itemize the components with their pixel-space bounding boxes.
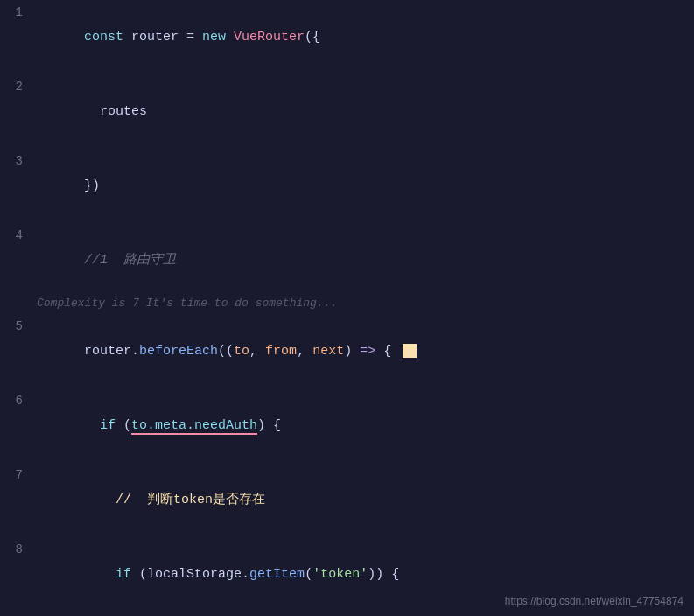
line-num-7: 7: [0, 463, 33, 487]
token-str-token: 'token': [312, 567, 368, 582]
token-arrow: =>: [360, 344, 375, 359]
token-router-5: router: [84, 344, 131, 359]
indent-8: [84, 567, 116, 582]
line-content-2: routes: [33, 75, 694, 149]
code-line-1: 1 const router = new VueRouter({: [0, 0, 694, 74]
line-content-9: // 放行: [33, 612, 694, 616]
token-comment-7: // 判断token是否存在: [116, 493, 265, 508]
token-lparen-8b: (: [305, 567, 312, 582]
line-content-3: }): [33, 150, 694, 223]
line-num-9: 9: [0, 612, 33, 616]
token-tometa: to.meta.needAuth: [131, 418, 257, 435]
code-line-5: 5 router.beforeEach((to, from, next) => …: [0, 314, 694, 388]
indent-7: [84, 493, 116, 508]
code-container: 1 const router = new VueRouter({ 2 route…: [0, 0, 694, 616]
line-content-5: router.beforeEach((to, from, next) => {: [33, 315, 694, 388]
token-comma2: ,: [297, 344, 312, 359]
token-dot-8: .: [242, 567, 249, 582]
line-content-1: const router = new VueRouter({: [33, 1, 694, 74]
complexity-line: 4 Complexity is 7 It's time to do someth…: [0, 294, 694, 312]
token-brace-5: {: [375, 344, 399, 359]
line-num-complexity: 4: [0, 294, 33, 312]
line-num-6: 6: [0, 388, 33, 413]
line-num-1: 1: [0, 0, 33, 24]
code-line-3: 3 }): [0, 149, 694, 223]
token-const: const: [84, 30, 131, 45]
token-comma1: ,: [249, 344, 265, 359]
line-num-2: 2: [0, 74, 33, 99]
token-vuerouter: VueRouter: [234, 30, 305, 45]
token-rparen-6: ) {: [257, 418, 281, 433]
token-open-brace: ({: [305, 30, 320, 45]
token-if-6: if: [100, 418, 123, 433]
token-paren-5: ((: [218, 344, 234, 359]
token-rparen-5: ): [344, 344, 360, 359]
token-rparen-8: )) {: [368, 567, 399, 582]
code-line-9: 9 // 放行: [0, 612, 694, 616]
token-lparen-8: (: [139, 567, 147, 582]
token-next-param: next: [312, 344, 344, 359]
code-line-6: 6 if (to.meta.needAuth) {: [0, 388, 694, 463]
token-from: from: [265, 344, 297, 359]
indent-2: [84, 104, 100, 119]
line-num-3: 3: [0, 149, 33, 173]
line-content-4: //1 路由守卫: [33, 224, 694, 298]
token-routes: routes: [100, 104, 147, 119]
token-dot-5: .: [131, 344, 139, 359]
line-num-5: 5: [0, 314, 33, 339]
code-line-4: 4 //1 路由守卫: [0, 223, 694, 298]
code-line-2: 2 routes: [0, 74, 694, 149]
token-router-var: router: [131, 30, 186, 45]
token-beforeeach: beforeEach: [139, 344, 218, 359]
token-lparen-6: (: [123, 418, 131, 433]
yellow-square-icon: [403, 344, 417, 358]
token-to: to: [234, 344, 249, 359]
line-content-6: if (to.meta.needAuth) {: [33, 389, 694, 463]
token-comment-4: //1 路由守卫: [84, 253, 176, 268]
indent-6: [84, 418, 100, 433]
complexity-message: Complexity is 7 It's time to do somethin…: [33, 295, 694, 312]
line-num-4: 4: [0, 223, 33, 248]
footer-url: https://blog.csdn.net/weixin_47754874: [505, 595, 683, 607]
token-new: new: [202, 30, 234, 45]
token-localstorage: localStorage: [147, 567, 242, 582]
line-content-7: // 判断token是否存在: [33, 464, 694, 537]
token-getitem: getItem: [249, 567, 305, 582]
code-line-7: 7 // 判断token是否存在: [0, 463, 694, 537]
token-close-3: }): [84, 178, 100, 193]
token-eq: =: [186, 30, 202, 45]
line-num-8: 8: [0, 537, 33, 562]
token-if-8: if: [116, 567, 139, 582]
